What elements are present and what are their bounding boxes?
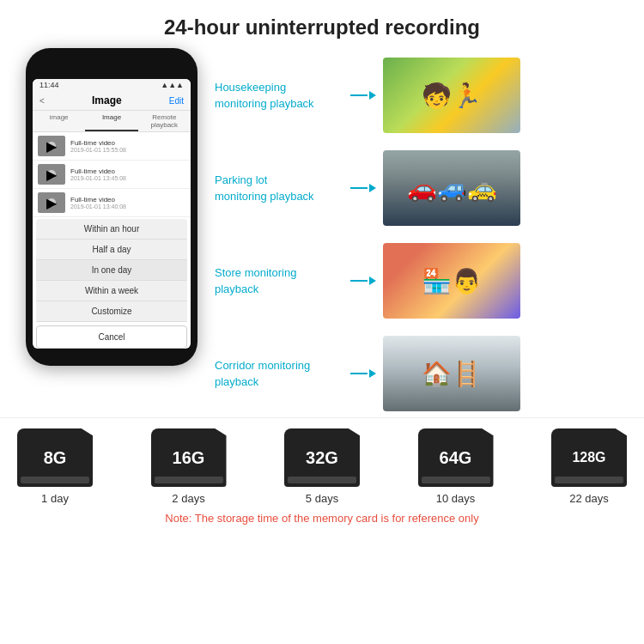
phone-item-title-3: Full-time video	[70, 196, 185, 204]
storage-card-col-16g: 16G 2 days	[151, 428, 227, 505]
phone-item-date-1: 2019-01-01 15:55:08	[70, 147, 185, 153]
sd-card-32g: 32G	[284, 428, 360, 487]
sd-card-8g: 8G	[17, 428, 93, 487]
phone-tabs: image Image Remote playback	[33, 111, 191, 132]
dropdown-item-customize[interactable]: Customize	[36, 301, 187, 322]
sd-card-label-8g: 8G	[44, 448, 67, 468]
sd-card-128g: 128G	[551, 428, 627, 487]
storage-days-8g: 1 day	[41, 492, 69, 505]
monitoring-row-parking: Parking lotmonitoring playback 🚗🚙🚕	[215, 144, 627, 232]
h-line-4	[350, 373, 368, 374]
photo-store: 🏪👨	[383, 243, 520, 319]
connector-4	[350, 369, 376, 378]
storage-days-16g: 2 days	[172, 492, 204, 505]
h-line-3	[350, 280, 368, 282]
phone-item-text-1: Full-time video 2019-01-01 15:55:08	[70, 139, 185, 153]
sd-card-label-128g: 128G	[572, 450, 605, 465]
phone-item-title-2: Full-time video	[70, 167, 185, 175]
phone-thumb-2: ▶	[38, 164, 65, 185]
connector-3	[350, 276, 376, 285]
arrow-4	[369, 369, 376, 378]
phone-item-text-3: Full-time video 2019-01-01 13:40:08	[70, 196, 185, 210]
phone-screen-title: Image	[92, 94, 122, 106]
dropdown-item-half-day[interactable]: Half a day	[36, 240, 187, 260]
monitoring-row-corridor: Corridor monitoringplayback 🏠🪜	[215, 330, 627, 417]
sd-card-64g: 64G	[418, 428, 494, 487]
phone-list-item-3[interactable]: ▶ Full-time video 2019-01-01 13:40:08	[33, 189, 191, 217]
monitoring-label-housekeeping: Housekeepingmonitoring playback	[215, 79, 343, 112]
phone-container: 11:44 ▲▲▲ < Image Edit image Image Remot…	[17, 48, 206, 417]
storage-days-32g: 5 days	[306, 492, 338, 505]
storage-days-64g: 10 days	[436, 492, 476, 505]
monitoring-label-parking: Parking lotmonitoring playback	[215, 172, 343, 204]
storage-days-128g: 22 days	[569, 492, 609, 505]
connector-2	[350, 184, 376, 192]
storage-card-col-8g: 8G 1 day	[17, 428, 93, 505]
phone-notch	[77, 60, 146, 76]
arrow-1	[369, 91, 376, 100]
arrow-3	[369, 276, 376, 285]
dropdown-item-week[interactable]: Within a week	[36, 281, 187, 301]
storage-section: 8G 1 day 16G 2 days 32G 5 days 64G 10 da…	[0, 417, 644, 532]
dropdown-item-one-day[interactable]: In one day	[36, 260, 187, 281]
photo-parking: 🚗🚙🚕	[383, 150, 520, 226]
phone-tab-image[interactable]: image	[33, 111, 85, 131]
monitoring-row-store: Store monitoringplayback 🏪👨	[215, 237, 627, 325]
phone-list-item-2[interactable]: ▶ Full-time video 2019-01-01 13:45:08	[33, 161, 191, 189]
phone-thumb-1: ▶	[38, 136, 65, 156]
phone-top-bar: < Image Edit	[33, 91, 191, 111]
phone-item-date-3: 2019-01-01 13:40:08	[70, 204, 185, 210]
main-section: 11:44 ▲▲▲ < Image Edit image Image Remot…	[0, 48, 644, 417]
page-header: 24-hour uninterrupted recording	[0, 0, 644, 48]
phone-item-title-1: Full-time video	[70, 139, 185, 147]
phone-item-text-2: Full-time video 2019-01-01 13:45:08	[70, 167, 185, 181]
h-line-2	[350, 187, 368, 189]
sd-card-label-16g: 16G	[173, 448, 205, 468]
phone-icons: ▲▲▲	[161, 81, 184, 89]
right-section: Housekeepingmonitoring playback 🧒🏃 Parki…	[215, 48, 627, 417]
phone-screen: 11:44 ▲▲▲ < Image Edit image Image Remot…	[33, 79, 191, 349]
play-icon-3: ▶	[47, 198, 56, 207]
phone-status-bar: 11:44 ▲▲▲	[33, 79, 191, 91]
storage-card-col-32g: 32G 5 days	[284, 428, 360, 505]
monitoring-label-store: Store monitoringplayback	[215, 264, 343, 297]
phone-mockup: 11:44 ▲▲▲ < Image Edit image Image Remot…	[26, 48, 197, 366]
phone-list-item-1[interactable]: ▶ Full-time video 2019-01-01 15:55:08	[33, 132, 191, 161]
phone-item-date-2: 2019-01-01 13:45:08	[70, 175, 185, 181]
page-title: 24-hour uninterrupted recording	[17, 15, 627, 39]
sd-card-label-64g: 64G	[440, 448, 472, 468]
phone-time: 11:44	[39, 81, 59, 89]
play-icon-2: ▶	[47, 170, 56, 179]
storage-card-col-128g: 128G 22 days	[551, 428, 627, 505]
connector-1	[350, 91, 376, 100]
phone-thumb-3: ▶	[38, 192, 65, 213]
phone-tab-remote[interactable]: Remote playback	[138, 111, 191, 131]
storage-card-col-64g: 64G 10 days	[418, 428, 494, 505]
sd-card-16g: 16G	[151, 428, 227, 487]
dropdown-item-within-hour[interactable]: Within an hour	[36, 219, 187, 240]
photo-housekeeping: 🧒🏃	[383, 58, 520, 133]
monitoring-row-housekeeping: Housekeepingmonitoring playback 🧒🏃	[215, 52, 627, 139]
monitoring-label-corridor: Corridor monitoringplayback	[215, 357, 343, 390]
photo-corridor: 🏠🪜	[383, 336, 520, 411]
storage-note: Note: The storage time of the memory car…	[17, 512, 627, 525]
play-icon-1: ▶	[47, 142, 56, 150]
arrow-2	[369, 184, 376, 192]
phone-back-btn[interactable]: <	[39, 96, 45, 106]
phone-tab-image2[interactable]: Image	[85, 111, 137, 131]
phone-dropdown[interactable]: Within an hour Half a day In one day Wit…	[36, 219, 187, 322]
phone-cancel-btn[interactable]: Cancel	[36, 325, 187, 349]
storage-cards: 8G 1 day 16G 2 days 32G 5 days 64G 10 da…	[17, 428, 627, 505]
h-line-1	[350, 94, 368, 96]
phone-edit-btn[interactable]: Edit	[169, 96, 184, 106]
sd-card-label-32g: 32G	[306, 448, 338, 468]
